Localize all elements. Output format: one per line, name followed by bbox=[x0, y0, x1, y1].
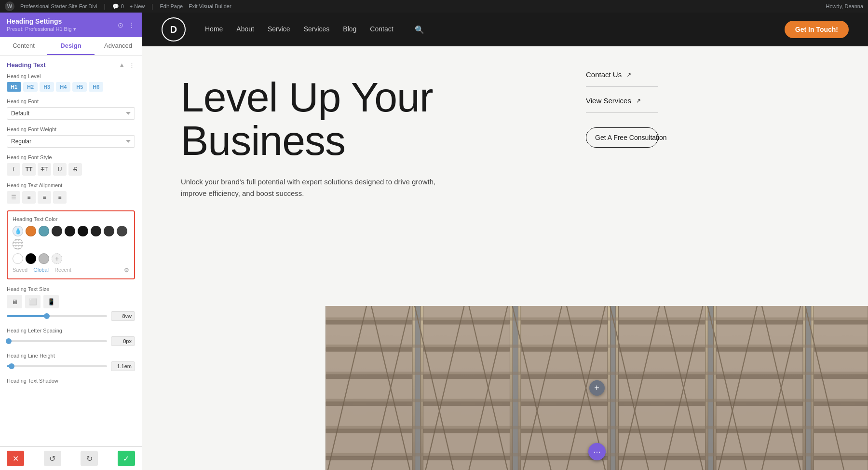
line-height-slider-thumb[interactable] bbox=[9, 363, 14, 369]
svg-rect-30 bbox=[326, 374, 412, 379]
color-dark6[interactable] bbox=[117, 226, 127, 236]
color-dark3[interactable] bbox=[78, 226, 88, 236]
panel-tabs: Content Design Advanced bbox=[0, 37, 142, 55]
color-black[interactable] bbox=[26, 253, 36, 264]
section-more-icon[interactable]: ⋮ bbox=[129, 61, 135, 69]
nav-about[interactable]: About bbox=[236, 25, 254, 34]
contact-us-link[interactable]: Contact Us ↗ bbox=[586, 70, 658, 87]
svg-rect-6 bbox=[610, 306, 616, 470]
svg-rect-39 bbox=[619, 401, 705, 406]
panel-settings-icon[interactable]: ⊙ bbox=[118, 21, 123, 29]
nav-home[interactable]: Home bbox=[205, 25, 223, 34]
mobile-size-icon[interactable]: 📱 bbox=[43, 295, 59, 308]
add-section-button[interactable]: + bbox=[589, 380, 605, 396]
nav-search-icon[interactable]: 🔍 bbox=[415, 25, 424, 34]
color-orange[interactable] bbox=[26, 226, 36, 236]
color-tab-global[interactable]: Global bbox=[33, 267, 49, 274]
svg-rect-35 bbox=[814, 374, 868, 379]
tab-content[interactable]: Content bbox=[0, 37, 47, 55]
view-services-label: View Services bbox=[586, 97, 631, 105]
align-right-button[interactable]: ≡ bbox=[38, 191, 51, 204]
consultation-button[interactable]: Get A Free Consultation bbox=[586, 127, 658, 148]
left-panel: Heading Settings Preset: Professional H1… bbox=[0, 13, 142, 470]
nav-blog[interactable]: Blog bbox=[343, 25, 356, 34]
color-white[interactable] bbox=[13, 253, 23, 264]
panel-preset[interactable]: Preset: Professional H1 Big ▾ bbox=[7, 26, 76, 32]
site-logo[interactable]: D bbox=[162, 17, 186, 41]
color-tab-recent[interactable]: Recent bbox=[54, 267, 71, 274]
heading-level-group: Heading Level H1 H2 H3 H4 H5 H6 bbox=[7, 73, 135, 92]
heading-text-shadow-group: Heading Text Shadow bbox=[7, 378, 135, 384]
hero-subtext: Unlock your brand's full potential with … bbox=[181, 176, 446, 199]
h6-button[interactable]: H6 bbox=[89, 82, 103, 92]
color-dark1[interactable] bbox=[52, 226, 62, 236]
h5-button[interactable]: H5 bbox=[72, 82, 87, 92]
svg-rect-38 bbox=[521, 401, 608, 406]
svg-rect-40 bbox=[716, 401, 803, 406]
svg-rect-19 bbox=[423, 320, 510, 324]
new-item[interactable]: + New bbox=[130, 3, 145, 9]
view-services-link[interactable]: View Services ↗ bbox=[586, 97, 658, 113]
bold-tt-button[interactable]: TT bbox=[22, 163, 36, 176]
save-button[interactable]: ✓ bbox=[118, 451, 135, 466]
tab-design[interactable]: Design bbox=[47, 37, 95, 55]
nav-services[interactable]: Services bbox=[304, 25, 330, 34]
text-size-value[interactable] bbox=[111, 311, 135, 321]
svg-rect-7 bbox=[619, 306, 705, 470]
color-dark4[interactable] bbox=[91, 226, 101, 236]
site-name[interactable]: Professional Starter Site For Divi bbox=[20, 3, 97, 9]
letter-spacing-slider-thumb[interactable] bbox=[6, 338, 12, 344]
desktop-size-icon[interactable]: 🖥 bbox=[7, 295, 22, 308]
heading-font-select[interactable]: Default bbox=[7, 107, 135, 120]
align-left-button[interactable]: ☰ bbox=[7, 191, 20, 204]
h4-button[interactable]: H4 bbox=[56, 82, 70, 92]
section-menu-button[interactable]: ⋯ bbox=[588, 443, 606, 460]
nav-service[interactable]: Service bbox=[268, 25, 290, 34]
edit-page-item[interactable]: Edit Page bbox=[160, 3, 183, 9]
strikethrough-t-button[interactable]: TT bbox=[38, 163, 51, 176]
comments-item[interactable]: 💬 0 bbox=[112, 3, 124, 10]
exit-builder-item[interactable]: Exit Visual Builder bbox=[189, 3, 231, 9]
heading-font-weight-select[interactable]: Regular bbox=[7, 135, 135, 148]
nav-cta-button[interactable]: Get In Touch! bbox=[785, 21, 849, 38]
howdy-text: Howdy, Deanna bbox=[826, 3, 863, 9]
color-dark5[interactable] bbox=[104, 226, 114, 236]
color-swatches-row2: + bbox=[13, 253, 129, 264]
italic-button[interactable]: I bbox=[7, 163, 20, 176]
underline-button[interactable]: U bbox=[53, 163, 67, 176]
text-size-slider-thumb[interactable] bbox=[44, 313, 50, 319]
tablet-size-icon[interactable]: ⬜ bbox=[25, 295, 41, 308]
svg-rect-27 bbox=[619, 347, 705, 352]
h3-button[interactable]: H3 bbox=[40, 82, 54, 92]
svg-rect-11 bbox=[814, 306, 868, 470]
nav-contact[interactable]: Contact bbox=[370, 25, 393, 34]
strikethrough-button[interactable]: S bbox=[68, 163, 82, 176]
h1-button[interactable]: H1 bbox=[7, 82, 21, 92]
eyedropper-icon[interactable]: 💧 bbox=[13, 226, 23, 236]
panel-more-icon[interactable]: ⋮ bbox=[128, 21, 135, 29]
heading-text-align-group: Heading Text Alignment ☰ ≡ ≡ ≡ bbox=[7, 182, 135, 204]
color-tab-saved[interactable]: Saved bbox=[13, 267, 27, 274]
line-height-value[interactable] bbox=[111, 361, 135, 371]
cancel-button[interactable]: ✕ bbox=[7, 451, 24, 466]
svg-rect-52 bbox=[716, 456, 803, 460]
svg-rect-34 bbox=[716, 374, 803, 379]
add-color-button[interactable]: + bbox=[52, 253, 62, 264]
color-gray[interactable] bbox=[39, 253, 49, 264]
svg-rect-8 bbox=[708, 306, 713, 470]
tab-advanced[interactable]: Advanced bbox=[95, 37, 142, 55]
bottom-bar: ✕ ↺ ↻ ✓ bbox=[0, 446, 142, 470]
heading-level-label: Heading Level bbox=[7, 73, 135, 79]
section-collapse-icon[interactable]: ▲ bbox=[119, 61, 125, 69]
color-settings-icon[interactable]: ⚙ bbox=[124, 267, 129, 274]
color-dark2[interactable] bbox=[65, 226, 75, 236]
color-teal[interactable] bbox=[39, 226, 49, 236]
color-transparent[interactable] bbox=[13, 239, 23, 249]
align-center-button[interactable]: ≡ bbox=[22, 191, 36, 204]
h2-button[interactable]: H2 bbox=[23, 82, 38, 92]
align-justify-button[interactable]: ≡ bbox=[53, 191, 67, 204]
letter-spacing-value[interactable] bbox=[111, 336, 135, 346]
redo-button[interactable]: ↻ bbox=[81, 451, 98, 466]
wp-logo-icon[interactable]: W bbox=[5, 1, 14, 11]
undo-button[interactable]: ↺ bbox=[44, 451, 61, 466]
